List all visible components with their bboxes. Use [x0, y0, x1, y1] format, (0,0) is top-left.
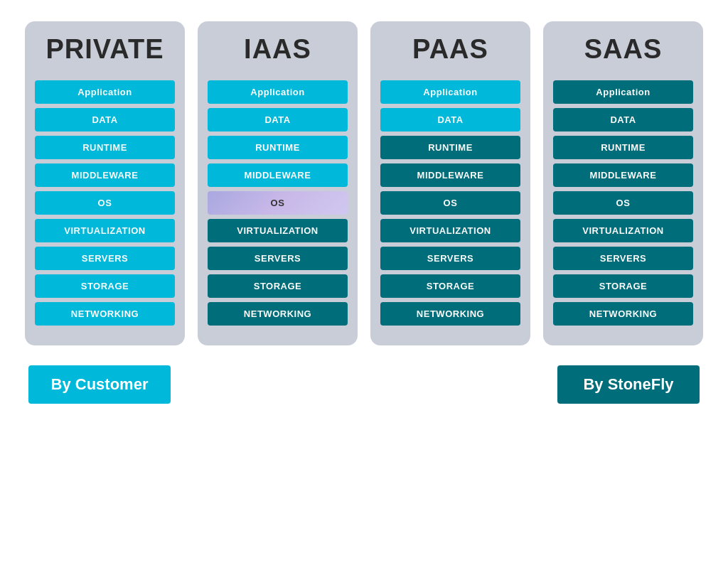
customer-legend: By Customer — [28, 365, 171, 404]
column-paas: PAASApplicationDATARUNTIMEMIDDLEWAREOSVI… — [370, 21, 530, 345]
layer-paas-os: OS — [380, 191, 520, 215]
layer-iaas-virtualization: VIRTUALIZATION — [208, 219, 348, 242]
layer-iaas-os: OS — [208, 191, 348, 215]
layer-paas-application: Application — [380, 80, 520, 104]
layer-paas-middleware: MIDDLEWARE — [380, 163, 520, 187]
column-saas: SAASApplicationDATARUNTIMEMIDDLEWAREOSVI… — [543, 21, 703, 345]
layer-iaas-networking: NETWORKING — [208, 302, 348, 326]
layer-private-networking: NETWORKING — [35, 302, 175, 326]
layer-saas-os: OS — [553, 191, 693, 215]
layer-paas-data: DATA — [380, 108, 520, 131]
layer-private-middleware: MIDDLEWARE — [35, 163, 175, 187]
title-iaas: IAAS — [244, 34, 311, 65]
column-iaas: IAASApplicationDATARUNTIMEMIDDLEWAREOSVI… — [198, 21, 358, 345]
layer-paas-networking: NETWORKING — [380, 302, 520, 326]
legend-row: By Customer By StoneFly — [14, 365, 714, 404]
layer-private-runtime: RUNTIME — [35, 136, 175, 159]
layer-iaas-application: Application — [208, 80, 348, 104]
layer-saas-virtualization: VIRTUALIZATION — [553, 219, 693, 242]
layer-private-virtualization: VIRTUALIZATION — [35, 219, 175, 242]
stonefly-label: By StoneFly — [583, 375, 673, 393]
layer-iaas-servers: SERVERS — [208, 247, 348, 270]
title-private: PRIVATE — [46, 34, 164, 65]
layer-iaas-middleware: MIDDLEWARE — [208, 163, 348, 187]
layer-paas-storage: STORAGE — [380, 274, 520, 298]
layer-paas-runtime: RUNTIME — [380, 136, 520, 159]
layer-private-storage: STORAGE — [35, 274, 175, 298]
layer-iaas-runtime: RUNTIME — [208, 136, 348, 159]
column-private: PRIVATEApplicationDATARUNTIMEMIDDLEWAREO… — [25, 21, 185, 345]
layer-saas-networking: NETWORKING — [553, 302, 693, 326]
layer-saas-servers: SERVERS — [553, 247, 693, 270]
main-container: PRIVATEApplicationDATARUNTIMEMIDDLEWAREO… — [14, 21, 714, 345]
layer-saas-storage: STORAGE — [553, 274, 693, 298]
layer-paas-virtualization: VIRTUALIZATION — [380, 219, 520, 242]
title-paas: PAAS — [412, 34, 488, 65]
layer-saas-data: DATA — [553, 108, 693, 131]
layer-private-application: Application — [35, 80, 175, 104]
layer-saas-middleware: MIDDLEWARE — [553, 163, 693, 187]
customer-label: By Customer — [51, 375, 149, 393]
stonefly-legend: By StoneFly — [557, 365, 700, 404]
layer-iaas-storage: STORAGE — [208, 274, 348, 298]
layer-private-servers: SERVERS — [35, 247, 175, 270]
title-saas: SAAS — [584, 34, 663, 65]
layer-saas-runtime: RUNTIME — [553, 136, 693, 159]
layer-iaas-data: DATA — [208, 108, 348, 131]
layer-paas-servers: SERVERS — [380, 247, 520, 270]
layer-private-os: OS — [35, 191, 175, 215]
layer-private-data: DATA — [35, 108, 175, 131]
layer-saas-application: Application — [553, 80, 693, 104]
